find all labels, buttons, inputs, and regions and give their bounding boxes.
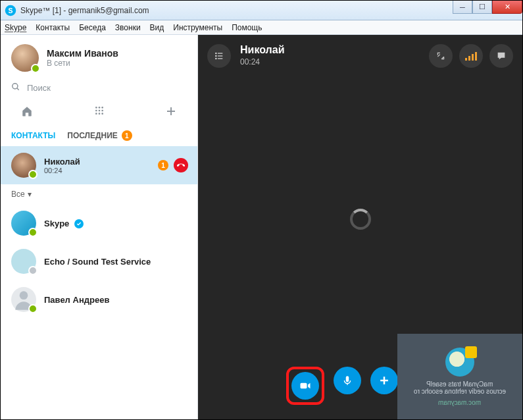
menu-skype[interactable]: Skype (5, 23, 26, 32)
contact-avatar (11, 249, 36, 274)
preview-text-line1: Please start ManyCam (426, 381, 493, 388)
signal-bars-icon (465, 51, 477, 61)
skype-app-icon: S (5, 5, 16, 16)
call-contact-name: Николай (240, 44, 284, 56)
contact-avatar (11, 211, 36, 236)
close-button[interactable]: ✕ (492, 1, 522, 14)
minimize-button[interactable]: ─ (453, 1, 472, 14)
svg-point-7 (95, 110, 97, 112)
svg-rect-23 (345, 376, 349, 382)
window-titlebar: S Skype™ [1] - germanik5@gmail.com ─ ☐ ✕ (1, 1, 522, 20)
svg-point-11 (98, 113, 100, 115)
add-contact-icon[interactable] (164, 105, 178, 120)
search-row[interactable] (1, 78, 197, 100)
verified-icon (74, 219, 84, 228)
call-quality-button[interactable] (459, 44, 483, 68)
svg-point-5 (98, 107, 100, 109)
contact-item[interactable]: Echo / Sound Test Service (1, 242, 197, 280)
self-avatar (11, 44, 39, 72)
svg-point-8 (98, 110, 100, 112)
contact-item[interactable]: Павел Андреев (1, 280, 197, 319)
microphone-toggle-button[interactable] (334, 367, 361, 394)
svg-line-3 (17, 88, 19, 90)
self-profile[interactable]: Максим Иванов В сети (1, 35, 197, 78)
contact-avatar (11, 287, 36, 312)
svg-point-18 (215, 55, 217, 57)
svg-point-6 (101, 107, 103, 109)
window-title: Skype™ [1] - germanik5@gmail.com (20, 6, 149, 15)
contact-name: Павел Андреев (44, 295, 109, 305)
menu-help[interactable]: Помощь (232, 23, 262, 32)
hangup-mini-button[interactable] (174, 158, 188, 172)
menu-contacts[interactable]: Контакты (36, 23, 70, 32)
svg-point-10 (95, 113, 97, 115)
chevron-down-icon: ▾ (28, 190, 32, 199)
preview-text-line2: or choose another video source (414, 388, 506, 395)
fullscreen-button[interactable] (429, 44, 453, 68)
contact-item-active-call[interactable]: Николай 00:24 1 (1, 146, 197, 184)
self-status: В сети (47, 59, 118, 68)
svg-rect-17 (218, 53, 222, 53)
svg-point-20 (215, 58, 217, 60)
call-area: Николай 00:24 (198, 35, 522, 419)
contact-name: Николай (44, 157, 80, 167)
menu-bar: Skype Контакты Беседа Звонки Вид Инструм… (1, 20, 522, 35)
menu-view[interactable]: Вид (150, 23, 164, 32)
svg-point-16 (215, 53, 217, 55)
filter-dropdown[interactable]: Все ▾ (1, 184, 197, 204)
status-online-icon (28, 170, 37, 179)
menu-conversation[interactable]: Беседа (79, 23, 106, 32)
svg-rect-21 (218, 58, 222, 59)
dialpad-icon[interactable] (93, 105, 106, 120)
svg-point-15 (20, 291, 28, 300)
menu-calls[interactable]: Звонки (115, 23, 141, 32)
contact-name: Skype (44, 219, 84, 228)
svg-point-2 (12, 84, 18, 89)
contact-item[interactable]: Skype (1, 204, 197, 242)
conversation-list-button[interactable] (207, 44, 231, 68)
annotation-highlight (286, 367, 324, 405)
status-online-icon (31, 64, 40, 73)
manycam-logo-icon (445, 348, 474, 377)
svg-point-12 (101, 113, 103, 115)
tab-recent[interactable]: ПОСЛЕДНИЕ 1 (67, 130, 132, 141)
contact-avatar (11, 153, 36, 178)
recent-badge: 1 (122, 130, 132, 141)
status-offline-icon (28, 266, 37, 275)
svg-point-4 (95, 107, 97, 109)
add-participant-button[interactable] (370, 367, 398, 394)
home-icon[interactable] (20, 105, 34, 120)
tab-contacts[interactable]: КОНТАКТЫ (11, 130, 55, 141)
menu-tools[interactable]: Инструменты (173, 23, 222, 32)
svg-rect-19 (218, 55, 222, 56)
svg-text:S: S (8, 6, 12, 14)
search-input[interactable] (27, 83, 187, 93)
search-icon (11, 82, 20, 93)
loading-spinner-icon (350, 209, 371, 230)
status-online-icon (28, 228, 37, 237)
sidebar: Максим Иванов В сети КОНТАКТЫ ПО (1, 35, 198, 419)
chat-button[interactable] (489, 44, 513, 68)
call-timer: 00:24 (240, 57, 284, 66)
contact-name: Echo / Sound Test Service (44, 257, 151, 267)
contact-badge: 1 (158, 160, 168, 171)
preview-footer: manycam.com (438, 399, 481, 406)
status-online-icon (28, 304, 37, 313)
self-name: Максим Иванов (47, 48, 118, 59)
self-video-preview: Please start ManyCam or choose another v… (397, 334, 522, 419)
svg-point-9 (101, 110, 103, 112)
maximize-button[interactable]: ☐ (472, 1, 492, 14)
contact-call-timer: 00:24 (44, 167, 80, 174)
svg-rect-22 (300, 383, 307, 388)
video-toggle-button[interactable] (291, 372, 319, 400)
